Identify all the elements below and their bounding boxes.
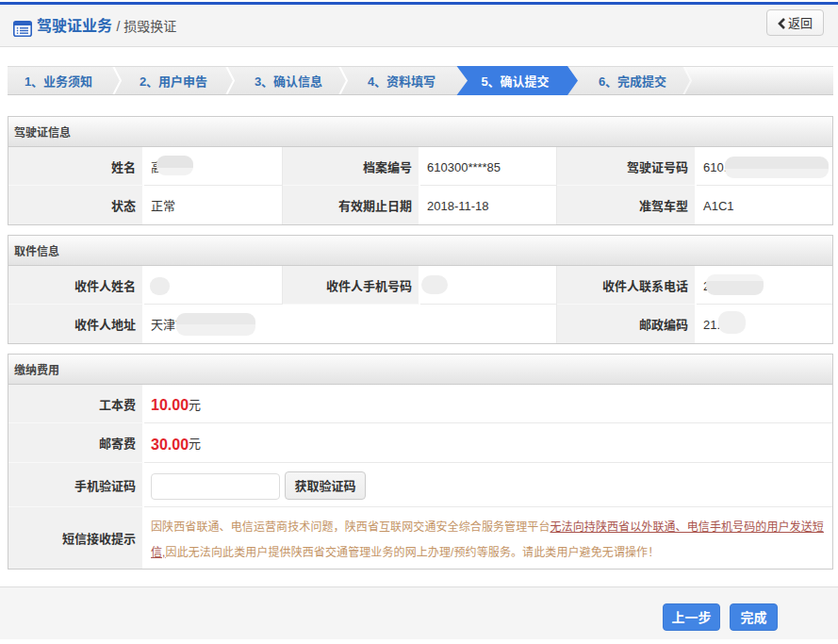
svg-text:5、确认提交: 5、确认提交 xyxy=(481,72,549,90)
svg-text:1、业务须知: 1、业务须知 xyxy=(25,72,92,90)
svg-text:4、资料填写: 4、资料填写 xyxy=(368,72,435,90)
svg-text:2、用户申告: 2、用户申告 xyxy=(140,72,207,90)
svg-text:3、确认信息: 3、确认信息 xyxy=(255,72,322,90)
svg-text:6、完成提交: 6、完成提交 xyxy=(599,72,666,90)
